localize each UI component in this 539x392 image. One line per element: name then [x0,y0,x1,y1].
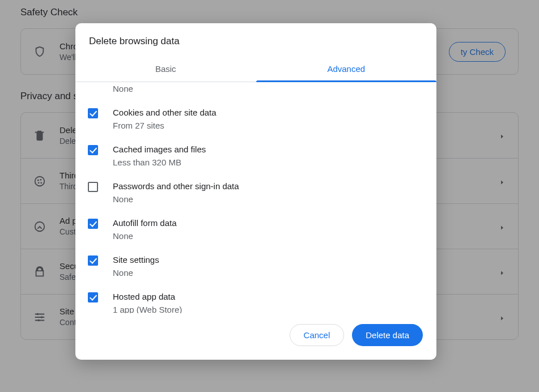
checkbox[interactable] [88,292,98,302]
option-row[interactable]: Cookies and other site dataFrom 27 sites [75,101,436,138]
option-title: Passwords and other sign-in data [113,180,423,193]
option-subtitle: None [113,83,423,96]
option-row[interactable]: Download historyNone [75,82,436,101]
checkbox[interactable] [88,182,98,192]
option-row[interactable]: Autofill form dataNone [75,211,436,248]
option-row[interactable]: Hosted app data1 app (Web Store) [75,285,436,313]
delete-browsing-data-dialog: Delete browsing data Basic Advanced Down… [75,23,436,360]
tab-basic[interactable]: Basic [75,57,256,82]
option-row[interactable]: Site settingsNone [75,248,436,285]
option-title: Autofill form data [113,217,423,230]
option-subtitle: None [113,193,423,206]
option-row[interactable]: Cached images and filesLess than 320 MB [75,138,436,174]
checkbox[interactable] [88,145,98,155]
dialog-footer: Cancel Delete data [75,313,436,360]
option-title: Site settings [113,254,423,267]
option-row[interactable]: Passwords and other sign-in dataNone [75,174,436,211]
option-subtitle: Less than 320 MB [113,156,423,169]
option-subtitle: None [113,267,423,280]
cancel-button[interactable]: Cancel [290,324,345,346]
delete-data-button[interactable]: Delete data [352,324,423,346]
checkbox[interactable] [88,219,98,229]
option-subtitle: 1 app (Web Store) [113,304,423,314]
dialog-title: Delete browsing data [75,23,436,57]
dialog-tabs: Basic Advanced [75,57,436,82]
option-subtitle: None [113,230,423,243]
dialog-options-list[interactable]: Download historyNoneCookies and other si… [75,82,436,313]
option-title: Cached images and files [113,143,423,156]
option-subtitle: From 27 sites [113,120,423,133]
checkbox[interactable] [88,108,98,118]
option-title: Hosted app data [113,291,423,304]
checkbox[interactable] [88,255,98,266]
option-title: Cookies and other site data [113,106,423,120]
tab-advanced[interactable]: Advanced [256,57,437,82]
